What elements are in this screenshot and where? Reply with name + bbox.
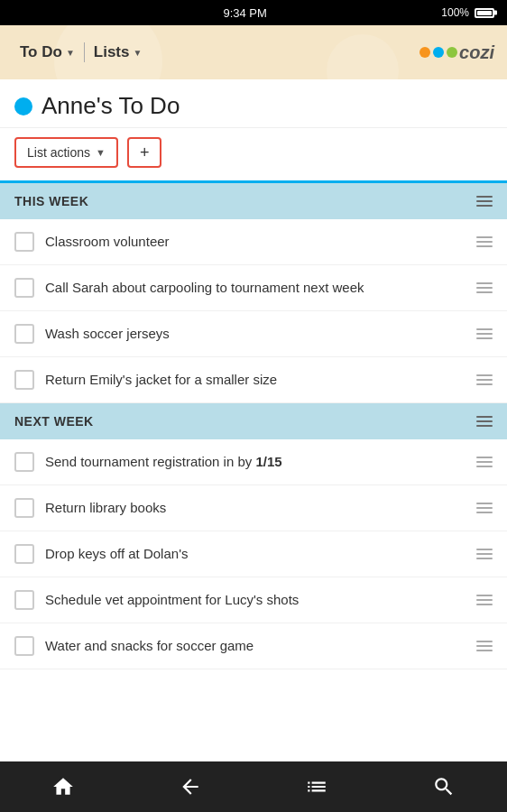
drag-handle-3[interactable] [476,328,493,339]
dot-green [447,47,457,58]
page-title-area: Anne's To Do [0,79,507,128]
dot-orange [419,47,430,58]
bottom-nav [0,761,507,812]
list-actions-arrow: ▼ [96,147,106,158]
title-dot [14,97,32,115]
todo-item-3: Wash soccer jerseys [0,311,507,357]
nav-home-button[interactable] [41,764,86,809]
list-icon [305,775,328,798]
todo-checkbox-6[interactable] [14,498,34,518]
nav-lists[interactable]: Lists ▼ [87,40,150,65]
todo-item-2: Call Sarah about carpooling to tournamen… [0,265,507,311]
add-item-button[interactable]: + [127,137,162,168]
drag-handle-5[interactable] [476,457,493,467]
nav-list-button[interactable] [294,764,339,809]
todo-checkbox-7[interactable] [14,544,34,564]
todo-checkbox-2[interactable] [14,278,34,298]
todo-text-6: Return library books [45,499,466,517]
todo-text-4: Return Emily's jacket for a smaller size [45,371,466,389]
section-header-next-week: NEXT WEEK [0,403,507,439]
back-icon [179,775,202,798]
todo-item-4: Return Emily's jacket for a smaller size [0,357,507,403]
section-title-this-week: THIS WEEK [14,194,88,208]
section-menu-next-week[interactable] [476,416,493,427]
todo-text-3: Wash soccer jerseys [45,325,466,343]
status-bar: 9:34 PM 100% [0,0,507,25]
todo-checkbox-8[interactable] [14,590,34,610]
todo-item-9: Water and snacks for soccer game [0,623,507,669]
nav-lists-label: Lists [94,43,130,61]
dot-blue [433,47,444,58]
cozi-logo: cozi [419,42,494,63]
cozi-logo-dots [419,47,457,58]
list-actions-label: List actions [27,145,90,160]
action-bar: List actions ▼ + [0,128,507,183]
todo-text-2: Call Sarah about carpooling to tournamen… [45,279,466,297]
drag-handle-8[interactable] [476,595,493,605]
todo-item-1: Classroom volunteer [0,219,507,265]
todo-item-7: Drop keys off at Dolan's [0,531,507,577]
todo-text-1: Classroom volunteer [45,233,466,251]
status-right: 100% [441,6,494,19]
section-menu-this-week[interactable] [476,196,493,207]
nav-todo[interactable]: To Do ▼ [13,40,82,65]
todo-text-5: Send tournament registration in by 1/15 [45,453,466,471]
todo-checkbox-3[interactable] [14,324,34,344]
drag-handle-9[interactable] [476,641,493,651]
nav-todo-arrow: ▼ [66,48,75,58]
nav-back-button[interactable] [168,764,213,809]
main-content: Anne's To Do List actions ▼ + THIS WEEK … [0,79,507,761]
todo-item-5: Send tournament registration in by 1/15 [0,439,507,485]
header: To Do ▼ Lists ▼ cozi [0,25,507,79]
battery-icon [475,8,494,18]
todo-checkbox-9[interactable] [14,636,34,656]
todo-checkbox-4[interactable] [14,370,34,390]
section-next-week: NEXT WEEK Send tournament registration i… [0,403,507,669]
drag-handle-6[interactable] [476,503,493,513]
page-title: Anne's To Do [41,92,180,120]
list-actions-button[interactable]: List actions ▼ [14,137,118,168]
nav-divider [84,42,85,62]
nav-todo-label: To Do [20,43,62,61]
todo-text-7: Drop keys off at Dolan's [45,545,466,563]
drag-handle-1[interactable] [476,236,493,247]
todo-item-8: Schedule vet appointment for Lucy's shot… [0,577,507,623]
todo-checkbox-5[interactable] [14,452,34,472]
cozi-logo-text: cozi [459,42,494,63]
todo-text-8: Schedule vet appointment for Lucy's shot… [45,591,466,609]
todo-text-9: Water and snacks for soccer game [45,637,466,655]
todo-checkbox-1[interactable] [14,232,34,252]
section-title-next-week: NEXT WEEK [14,414,94,429]
section-this-week: THIS WEEK Classroom volunteer Call Sarah… [0,183,507,403]
header-nav: To Do ▼ Lists ▼ [13,40,149,65]
nav-lists-arrow: ▼ [134,48,143,58]
drag-handle-4[interactable] [476,374,493,385]
nav-search-button[interactable] [421,764,466,809]
search-icon [432,775,456,798]
home-icon [51,775,75,798]
battery-percent: 100% [441,6,469,19]
drag-handle-2[interactable] [476,282,493,293]
status-time: 9:34 PM [223,6,266,20]
todo-item-6: Return library books [0,485,507,531]
section-header-this-week: THIS WEEK [0,183,507,219]
drag-handle-7[interactable] [476,549,493,559]
